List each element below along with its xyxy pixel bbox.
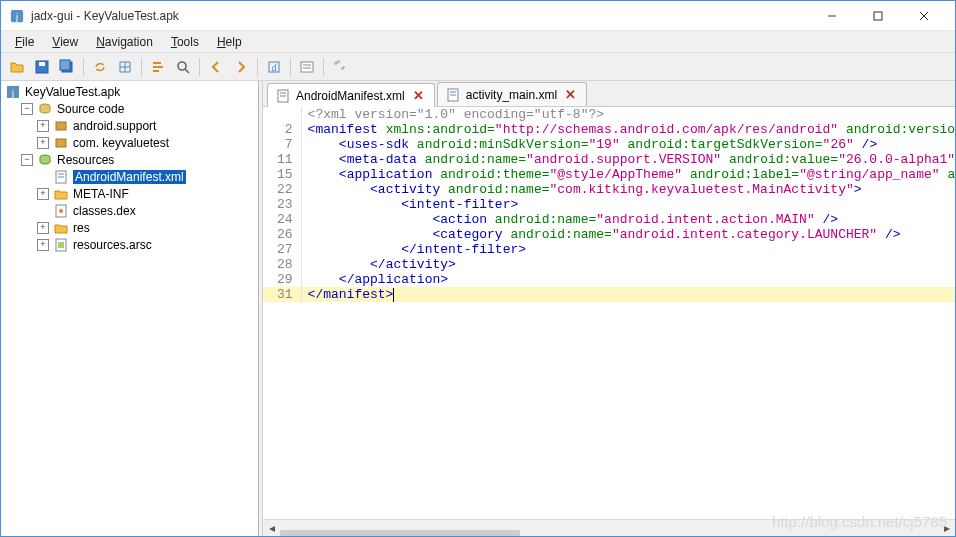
menu-navigation[interactable]: Navigation — [88, 33, 161, 51]
code-content[interactable]: </intent-filter> — [301, 242, 955, 257]
line-number: 29 — [263, 272, 301, 287]
code-content[interactable]: <activity android:name="com.kitking.keyv… — [301, 182, 955, 197]
flat-packages-button[interactable] — [113, 55, 137, 79]
svg-line-17 — [185, 69, 189, 73]
editor-pane: AndroidManifest.xml ✕ activity_main.xml … — [263, 81, 955, 536]
svg-rect-28 — [56, 139, 66, 147]
expand-icon[interactable]: + — [37, 239, 49, 251]
code-line[interactable]: <?xml version="1.0" encoding="utf-8"?> — [263, 107, 955, 122]
collapse-icon[interactable]: − — [21, 154, 33, 166]
preferences-button[interactable] — [328, 55, 352, 79]
scroll-left-button[interactable]: ◂ — [263, 520, 280, 537]
svg-rect-7 — [39, 62, 45, 66]
code-line[interactable]: 29 </application> — [263, 272, 955, 287]
code-line[interactable]: 2<manifest xmlns:android="http://schemas… — [263, 122, 955, 137]
apk-icon: j — [5, 85, 21, 99]
window-controls — [809, 1, 947, 31]
xml-file-icon — [53, 170, 69, 184]
tab-close-button[interactable]: ✕ — [563, 87, 578, 102]
tab-activity-main[interactable]: activity_main.xml ✕ — [437, 82, 587, 106]
tree-pkg-support[interactable]: + android.support — [1, 117, 258, 134]
folder-icon — [53, 187, 69, 201]
expand-icon[interactable]: + — [37, 120, 49, 132]
code-content[interactable]: <uses-sdk android:minSdkVersion="19" and… — [301, 137, 955, 152]
code-line[interactable]: 24 <action android:name="android.intent.… — [263, 212, 955, 227]
line-number: 11 — [263, 152, 301, 167]
deobfuscate-button[interactable]: d — [262, 55, 286, 79]
xml-file-icon — [276, 89, 290, 103]
scroll-right-button[interactable]: ▸ — [938, 520, 955, 537]
line-number: 2 — [263, 122, 301, 137]
svg-point-16 — [178, 62, 186, 70]
minimize-button[interactable] — [809, 1, 855, 31]
tree-classes[interactable]: classes.dex — [1, 202, 258, 219]
tree-source-code[interactable]: − Source code — [1, 100, 258, 117]
menu-tools[interactable]: Tools — [163, 33, 207, 51]
code-line[interactable]: 11 <meta-data android:name="android.supp… — [263, 152, 955, 167]
menu-view[interactable]: View — [44, 33, 86, 51]
code-content[interactable]: <category android:name="android.intent.c… — [301, 227, 955, 242]
tree-metainf[interactable]: + META-INF — [1, 185, 258, 202]
menu-help[interactable]: Help — [209, 33, 250, 51]
expand-icon[interactable]: + — [37, 222, 49, 234]
svg-point-34 — [59, 209, 63, 213]
code-content[interactable]: <meta-data android:name="android.support… — [301, 152, 955, 167]
expand-icon[interactable]: + — [37, 188, 49, 200]
code-line[interactable]: 7 <uses-sdk android:minSdkVersion="19" a… — [263, 137, 955, 152]
line-number: 28 — [263, 257, 301, 272]
tree-arsc[interactable]: + resources.arsc — [1, 236, 258, 253]
sync-button[interactable] — [88, 55, 112, 79]
code-line[interactable]: 27 </intent-filter> — [263, 242, 955, 257]
nav-forward-button[interactable] — [229, 55, 253, 79]
tab-close-button[interactable]: ✕ — [411, 88, 426, 103]
menu-file[interactable]: File — [7, 33, 42, 51]
line-number: 22 — [263, 182, 301, 197]
app-icon: j — [9, 8, 25, 24]
code-content[interactable]: <?xml version="1.0" encoding="utf-8"?> — [301, 107, 955, 122]
scroll-thumb[interactable] — [280, 530, 520, 536]
code-content[interactable]: <action android:name="android.intent.act… — [301, 212, 955, 227]
code-line[interactable]: 23 <intent-filter> — [263, 197, 955, 212]
nav-back-button[interactable] — [204, 55, 228, 79]
horizontal-scrollbar[interactable]: ◂ ▸ — [263, 519, 955, 536]
editor[interactable]: <?xml version="1.0" encoding="utf-8"?>2<… — [263, 107, 955, 519]
expand-icon[interactable]: + — [37, 137, 49, 149]
search-text-button[interactable] — [146, 55, 170, 79]
content-split: j KeyValueTest.apk − Source code + andro… — [1, 81, 955, 536]
line-number: 23 — [263, 197, 301, 212]
code-content[interactable]: </manifest> — [301, 287, 955, 302]
code-line[interactable]: 26 <category android:name="android.inten… — [263, 227, 955, 242]
line-number: 31 — [263, 287, 301, 302]
titlebar: j jadx-gui - KeyValueTest.apk — [1, 1, 955, 31]
code-content[interactable]: <application android:theme="@style/AppTh… — [301, 167, 955, 182]
xml-file-icon — [446, 88, 460, 102]
open-file-button[interactable] — [5, 55, 29, 79]
code-line[interactable]: 31</manifest> — [263, 287, 955, 302]
svg-rect-23 — [334, 59, 341, 65]
search-class-button[interactable] — [171, 55, 195, 79]
tree-res[interactable]: + res — [1, 219, 258, 236]
folder-icon — [53, 221, 69, 235]
save-all-button[interactable] — [55, 55, 79, 79]
line-number: 27 — [263, 242, 301, 257]
tree-pkg-app[interactable]: + com. keyvaluetest — [1, 134, 258, 151]
code-content[interactable]: </application> — [301, 272, 955, 287]
save-button[interactable] — [30, 55, 54, 79]
arsc-file-icon — [53, 238, 69, 252]
code-content[interactable]: <manifest xmlns:android="http://schemas.… — [301, 122, 955, 137]
log-button[interactable] — [295, 55, 319, 79]
tree-pane[interactable]: j KeyValueTest.apk − Source code + andro… — [1, 81, 259, 536]
code-line[interactable]: 22 <activity android:name="com.kitking.k… — [263, 182, 955, 197]
tab-manifest[interactable]: AndroidManifest.xml ✕ — [267, 83, 435, 107]
close-button[interactable] — [901, 1, 947, 31]
tree-root[interactable]: j KeyValueTest.apk — [1, 83, 258, 100]
code-content[interactable]: <intent-filter> — [301, 197, 955, 212]
code-line[interactable]: 28 </activity> — [263, 257, 955, 272]
tree-resources[interactable]: − Resources — [1, 151, 258, 168]
tree-manifest[interactable]: AndroidManifest.xml — [1, 168, 258, 185]
maximize-button[interactable] — [855, 1, 901, 31]
code-line[interactable]: 15 <application android:theme="@style/Ap… — [263, 167, 955, 182]
code-content[interactable]: </activity> — [301, 257, 955, 272]
collapse-icon[interactable]: − — [21, 103, 33, 115]
tab-label: AndroidManifest.xml — [296, 89, 405, 103]
